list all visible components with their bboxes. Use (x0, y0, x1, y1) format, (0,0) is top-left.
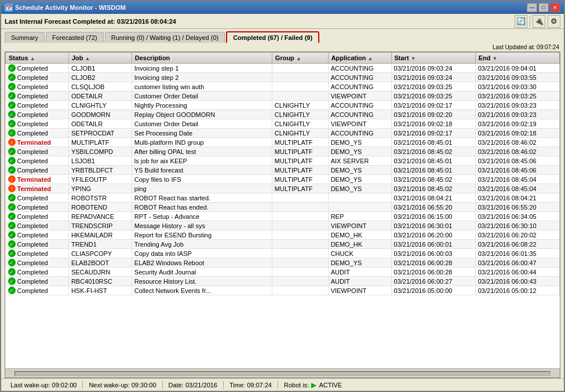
cell-start: 03/21/2016 08:45:01 (391, 166, 475, 175)
table-row[interactable]: ✓CompletedREPADVANCERPT - Setup - Advanc… (6, 212, 560, 221)
window-title: Schedule Activity Monitor - WISDOM (15, 4, 524, 11)
window-controls: — □ ✕ (527, 3, 560, 12)
cell-group (272, 64, 328, 73)
col-header-status[interactable]: Status ▲ (6, 53, 69, 64)
cell-start: 03/21/2016 05:00:00 (391, 286, 475, 295)
tab-summary[interactable]: Summary (5, 32, 45, 43)
table-row[interactable]: ✓CompletedODETAILRCustomer Order DetailC… (6, 119, 560, 129)
cell-job: YPING (68, 184, 132, 193)
active-triangle-icon: ▶ (311, 381, 316, 389)
cell-group: CLNIGHTLY (272, 129, 328, 138)
status-text: Completed (17, 157, 48, 164)
cell-job: LSJOB1 (68, 156, 132, 166)
table-row[interactable]: ✓CompletedRBC4010RSCResource History Lis… (6, 277, 560, 286)
table-row[interactable]: ✓CompletedCLJOB1Invoicing step 1ACCOUNTI… (6, 64, 560, 73)
table-row[interactable]: ✓CompletedCLNIGHTLYNightly ProcessingCLN… (6, 101, 560, 110)
cell-end: 03/21/2016 08:45:06 (475, 166, 559, 175)
status-text: Completed (17, 102, 48, 109)
status-text: Completed (17, 65, 48, 72)
forecast-bar: Last Internal Forecast Completed at: 03/… (1, 14, 564, 29)
table-row[interactable]: ✓CompletedSETPROCDATSet Processing DateC… (6, 129, 560, 138)
status-icon-terminated: ! (8, 138, 16, 146)
cell-description: Replay Object GOODMORN (132, 110, 272, 119)
table-row[interactable]: ✓CompletedYSBILCOMPDAfter billing OPAL t… (6, 147, 560, 156)
table-row[interactable]: ✓CompletedROBOTENDROBOT React has ended.… (6, 203, 560, 212)
status-icon-completed: ✓ (8, 231, 16, 239)
scrollbar-track (14, 371, 551, 376)
cell-group: CLNIGHTLY (272, 101, 328, 110)
cell-description: Set Processing Date (132, 129, 272, 138)
settings-button[interactable]: ⚙ (548, 15, 560, 28)
table-row[interactable]: ✓CompletedGOODMORNReplay Object GOODMORN… (6, 110, 560, 119)
cell-job: YRBTBLDFCT (68, 166, 132, 175)
status-text: Completed (17, 232, 48, 239)
cell-application: VIEWPOINT (328, 91, 391, 101)
table-row[interactable]: ✓CompletedROBOTSTRROBOT React has starte… (6, 193, 560, 203)
table-row[interactable]: !TerminatedMULTIPLATFMulti-platform IND … (6, 138, 560, 147)
cell-application: AUDIT (328, 277, 391, 286)
table-row[interactable]: ✓CompletedCLIASPCOPYCopy data into IASPC… (6, 249, 560, 258)
cell-group (272, 203, 328, 212)
cell-job: CLJOB1 (68, 64, 132, 73)
table-row[interactable]: ✓CompletedSECAUDJRNSecurity Audit Journa… (6, 268, 560, 277)
table-row[interactable]: ✓CompletedLSJOB1ls job for aix KEEPMULTI… (6, 156, 560, 166)
col-header-end[interactable]: End ▼ (475, 53, 559, 64)
cell-application: ACCOUNTING (328, 64, 391, 73)
col-header-description[interactable]: Description (132, 53, 272, 64)
maximize-button[interactable]: □ (538, 3, 549, 12)
cell-start: 03/21/2016 06:00:28 (391, 258, 475, 268)
cell-description: ROBOT React has ended. (132, 203, 272, 212)
table-scroll-area[interactable]: Status ▲ Job ▲ Description Group ▲ (5, 52, 560, 368)
refresh-button[interactable]: 🔄 (515, 15, 527, 28)
table-row[interactable]: !TerminatedYFILEOUTPCopy files to IFSMUL… (6, 175, 560, 184)
tab-completed[interactable]: Completed (67) / Failed (9) (226, 31, 319, 43)
cell-description: Trending Avg Job (132, 240, 272, 249)
status-icon-completed: ✓ (8, 101, 16, 109)
tab-forecasted[interactable]: Forecasted (72) (46, 32, 104, 43)
horizontal-scrollbar[interactable] (5, 368, 560, 378)
table-row[interactable]: ✓CompletedHSK-FI-HSTCollect Network Even… (6, 286, 560, 295)
col-header-application[interactable]: Application ▲ (328, 53, 391, 64)
cell-start: 03/21/2016 09:02:17 (391, 101, 475, 110)
table-row[interactable]: ✓CompletedTREND1Trending Avg JobDEMO_HK0… (6, 240, 560, 249)
cell-end: 03/21/2016 05:00:12 (475, 286, 559, 295)
table-row[interactable]: ✓CompletedYRBTBLDFCTYS Build forecastMUL… (6, 166, 560, 175)
table-row[interactable]: ✓CompletedELAB2BOOTELAB2 Windows RebootD… (6, 258, 560, 268)
cell-description: Report for ESEND Bursting (132, 230, 272, 240)
status-text: Completed (17, 111, 48, 118)
status-text: Completed (17, 278, 48, 285)
cell-start: 03/21/2016 08:45:01 (391, 156, 475, 166)
cell-job: ODETAILR (68, 91, 132, 101)
col-header-job[interactable]: Job ▲ (68, 53, 132, 64)
table-row[interactable]: !TerminatedYPINGpingMULTIPLATFDEMO_YS03/… (6, 184, 560, 193)
cell-end: 03/21/2016 06:30:10 (475, 221, 559, 230)
table-row[interactable]: ✓CompletedTRENDSCRIPMessage History - al… (6, 221, 560, 230)
cell-start: 03/21/2016 06:55:20 (391, 203, 475, 212)
status-icon-completed: ✓ (8, 148, 16, 155)
col-header-start[interactable]: Start ▼ (391, 53, 475, 64)
cell-end: 03/21/2016 09:03:23 (475, 101, 559, 110)
table-row[interactable]: ✓CompletedCLJOB2Invoicing step 2ACCOUNTI… (6, 73, 560, 82)
tab-running[interactable]: Running (0) / Waiting (1) / Delayed (0) (105, 32, 225, 43)
last-updated: Last Updated at: 09:07:24 (1, 43, 564, 52)
cell-group (272, 249, 328, 258)
close-button[interactable]: ✕ (550, 3, 560, 12)
status-icon-completed: ✓ (8, 92, 16, 100)
cell-end: 03/21/2016 09:03:55 (475, 73, 559, 82)
cell-group (272, 286, 328, 295)
col-header-group[interactable]: Group ▲ (272, 53, 328, 64)
cell-description: customer listing win auth (132, 82, 272, 91)
table-row[interactable]: ✓CompletedODETAILRCustomer Order DetailV… (6, 91, 560, 101)
cell-end: 03/21/2016 09:02:19 (475, 119, 559, 129)
connect-button[interactable]: 🔌 (533, 15, 545, 28)
cell-end: 03/21/2016 08:45:06 (475, 156, 559, 166)
sort-arrow-end: ▼ (493, 56, 498, 61)
table-row[interactable]: ✓CompletedCLSQLJOBcustomer listing win a… (6, 82, 560, 91)
status-text: Terminated (17, 139, 51, 146)
cell-group: MULTIPLATF (272, 138, 328, 147)
data-table: Status ▲ Job ▲ Description Group ▲ (5, 52, 560, 295)
minimize-button[interactable]: — (527, 3, 537, 12)
table-row[interactable]: ✓CompletedHKEMAILADRReport for ESEND Bur… (6, 230, 560, 240)
cell-job: CLJOB2 (68, 73, 132, 82)
status-icon-completed: ✓ (8, 287, 16, 294)
